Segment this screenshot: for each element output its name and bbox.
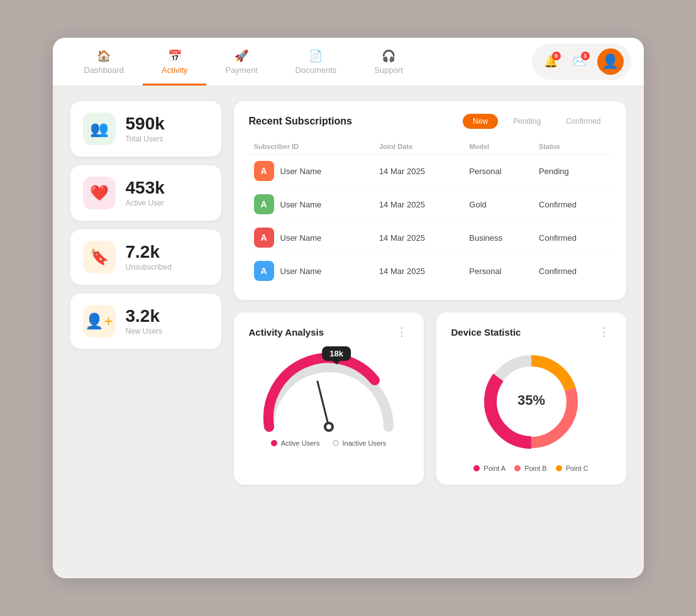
svg-text:35%: 35% bbox=[517, 392, 544, 408]
tab-support-label: Support bbox=[374, 65, 403, 75]
legend-inactive-users: Inactive Users bbox=[333, 439, 387, 447]
subscriber-name: User Name bbox=[280, 200, 322, 209]
activity-analysis-more-button[interactable]: ⋮ bbox=[396, 325, 409, 339]
filter-confirmed[interactable]: Confirmed bbox=[556, 114, 610, 129]
notifications-button[interactable]: 🔔 0 bbox=[539, 50, 562, 73]
gauge-chart bbox=[257, 351, 401, 433]
subscriptions-header: Recent Subscriptions New Pending Confirm… bbox=[249, 114, 611, 129]
active-user-label: Active User bbox=[126, 199, 165, 207]
col-model: Model bbox=[464, 139, 534, 155]
nav-actions: 🔔 0 ✉️ 3 👤 bbox=[532, 43, 631, 80]
gauge-legend: Active Users Inactive Users bbox=[271, 439, 386, 447]
support-icon: 🎧 bbox=[382, 49, 395, 63]
subscriber-name: User Name bbox=[280, 167, 322, 176]
tab-activity-label: Activity bbox=[162, 65, 187, 75]
table-row: A User Name 14 Mar 2025 Personal Confirm… bbox=[249, 255, 611, 288]
total-users-label: Total Users bbox=[126, 135, 165, 143]
status: Confirmed bbox=[534, 255, 610, 288]
active-users-label: Active Users bbox=[281, 439, 320, 447]
gauge-container: 18k bbox=[249, 345, 409, 451]
status: Confirmed bbox=[534, 221, 610, 255]
legend-point-b: Point B bbox=[514, 465, 546, 472]
model: Business bbox=[464, 221, 534, 255]
activity-icon: 📅 bbox=[168, 49, 182, 63]
notifications-badge: 0 bbox=[552, 52, 561, 60]
subscriptions-table: Subscriber ID Joint Date Model Status A … bbox=[249, 139, 611, 287]
table-row: A User Name 14 Mar 2025 Business Confirm… bbox=[249, 221, 611, 255]
dashboard-container: 🏠 Dashboard 📅 Activity 🚀 Payment 📄 Docum… bbox=[53, 38, 644, 578]
svg-point-2 bbox=[326, 424, 331, 429]
total-users-icon: 👥 bbox=[83, 113, 116, 145]
payment-icon: 🚀 bbox=[235, 49, 248, 63]
joint-date: 14 Mar 2025 bbox=[374, 221, 464, 255]
stat-unsubscribed-info: 7.2k Unsubscribed bbox=[126, 243, 172, 272]
unsubscribed-label: Unsubscribed bbox=[126, 263, 172, 272]
legend-point-a: Point A bbox=[473, 465, 505, 472]
subscriptions-title: Recent Subscriptions bbox=[249, 116, 352, 127]
point-b-label: Point B bbox=[524, 465, 546, 472]
tab-payment-label: Payment bbox=[225, 65, 257, 75]
avatar: A bbox=[254, 194, 274, 214]
table-row: A User Name 14 Mar 2025 Gold Confirmed bbox=[249, 188, 611, 221]
point-c-label: Point C bbox=[566, 465, 588, 472]
activity-analysis-title: Activity Analysis bbox=[249, 327, 324, 338]
legend-active-users: Active Users bbox=[271, 439, 320, 447]
stat-active-user-info: 453k Active User bbox=[126, 179, 165, 208]
main-content: 👥 590k Total Users ❤️ 453k Active User 🔖… bbox=[53, 86, 644, 500]
tab-dashboard-label: Dashboard bbox=[84, 65, 124, 75]
active-dot bbox=[271, 440, 277, 446]
documents-icon: 📄 bbox=[309, 49, 323, 63]
point-c-dot bbox=[556, 465, 562, 471]
stats-column: 👥 590k Total Users ❤️ 453k Active User 🔖… bbox=[70, 101, 221, 485]
status: Confirmed bbox=[534, 188, 610, 221]
messages-badge: 3 bbox=[581, 52, 590, 60]
point-a-dot bbox=[473, 465, 480, 471]
model: Gold bbox=[464, 188, 534, 221]
subscriptions-filters: New Pending Confirmed bbox=[463, 114, 610, 129]
stat-new-users-info: 3.2k New Users bbox=[126, 307, 163, 336]
tab-payment[interactable]: 🚀 Payment bbox=[206, 38, 276, 85]
avatar: A bbox=[254, 261, 274, 281]
joint-date: 14 Mar 2025 bbox=[374, 255, 464, 288]
tab-dashboard[interactable]: 🏠 Dashboard bbox=[65, 38, 143, 85]
active-user-value: 453k bbox=[126, 179, 165, 198]
avatar: A bbox=[254, 228, 274, 248]
model: Personal bbox=[464, 155, 534, 188]
donut-legend: Point A Point B Point C bbox=[473, 465, 588, 472]
inactive-users-label: Inactive Users bbox=[343, 439, 387, 447]
col-subscriber-id: Subscriber ID bbox=[249, 139, 374, 155]
new-users-icon: 👤+ bbox=[83, 305, 116, 338]
tab-documents[interactable]: 📄 Documents bbox=[277, 38, 356, 85]
subscriber-name: User Name bbox=[280, 233, 322, 243]
inactive-dot bbox=[333, 440, 339, 446]
nav-tabs: 🏠 Dashboard 📅 Activity 🚀 Payment 📄 Docum… bbox=[65, 38, 532, 85]
tab-documents-label: Documents bbox=[296, 65, 337, 75]
stat-active-user: ❤️ 453k Active User bbox=[70, 165, 221, 221]
messages-button[interactable]: ✉️ 3 bbox=[568, 50, 591, 73]
subscriber-cell: A User Name bbox=[254, 194, 369, 214]
device-statistic-title: Device Statistic bbox=[451, 327, 521, 338]
subscriber-cell: A User Name bbox=[254, 228, 369, 248]
tab-support[interactable]: 🎧 Support bbox=[355, 38, 422, 85]
filter-pending[interactable]: Pending bbox=[503, 114, 551, 129]
subscriptions-card: Recent Subscriptions New Pending Confirm… bbox=[234, 101, 626, 300]
unsubscribed-value: 7.2k bbox=[126, 243, 172, 262]
new-users-label: New Users bbox=[126, 327, 163, 336]
filter-new[interactable]: New bbox=[463, 114, 498, 129]
right-column: Recent Subscriptions New Pending Confirm… bbox=[234, 101, 626, 485]
stat-new-users: 👤+ 3.2k New Users bbox=[70, 294, 221, 349]
col-joint-date: Joint Date bbox=[374, 139, 464, 155]
activity-analysis-card: Activity Analysis ⋮ 18k bbox=[234, 312, 424, 485]
unsubscribed-icon: 🔖 bbox=[83, 241, 116, 273]
device-statistic-header: Device Statistic ⋮ bbox=[451, 325, 611, 339]
col-status: Status bbox=[534, 139, 610, 155]
user-avatar[interactable]: 👤 bbox=[597, 48, 624, 75]
gauge-tooltip: 18k bbox=[322, 346, 351, 361]
joint-date: 14 Mar 2025 bbox=[374, 155, 464, 188]
point-a-label: Point A bbox=[483, 465, 505, 472]
device-statistic-more-button[interactable]: ⋮ bbox=[599, 325, 611, 339]
activity-analysis-header: Activity Analysis ⋮ bbox=[249, 325, 409, 339]
tab-activity[interactable]: 📅 Activity bbox=[143, 38, 206, 85]
device-statistic-card: Device Statistic ⋮ bbox=[436, 312, 626, 485]
status: Pending bbox=[534, 155, 610, 188]
